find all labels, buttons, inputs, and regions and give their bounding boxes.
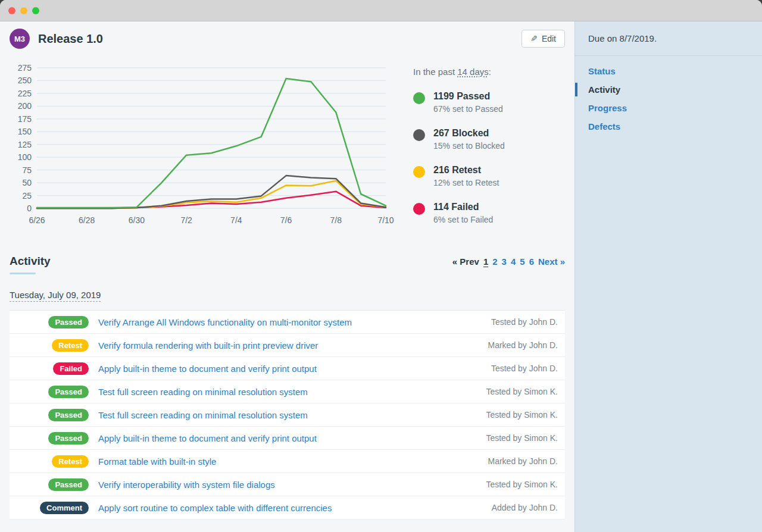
- activity-table: PassedVerify Arrange All Windows functio…: [10, 310, 565, 520]
- page-link-3[interactable]: 3: [502, 256, 507, 267]
- svg-text:7/10: 7/10: [377, 215, 394, 225]
- svg-text:6/26: 6/26: [29, 215, 45, 225]
- legend-text: 267 Blocked15% set to Blocked: [433, 128, 505, 151]
- svg-text:50: 50: [22, 178, 32, 187]
- prev-page-button[interactable]: « Prev: [452, 256, 479, 267]
- status-cell: Passed: [10, 316, 89, 328]
- status-cell: Retest: [10, 339, 89, 352]
- legend-dot-icon: [413, 166, 425, 178]
- svg-text:100: 100: [18, 152, 32, 162]
- legend-dot-icon: [413, 129, 425, 141]
- test-case-link[interactable]: Verify interoperability with system file…: [98, 480, 476, 490]
- test-case-link[interactable]: Test full screen reading on minimal reso…: [98, 387, 476, 397]
- svg-text:200: 200: [18, 101, 32, 111]
- test-results-chart: 02550751001251501752002252502756/266/286…: [10, 62, 395, 227]
- activity-title: Activity: [10, 255, 51, 274]
- activity-row: RetestFormat table with built-in styleMa…: [10, 450, 565, 473]
- activity-row: CommentApply sort routine to complex tab…: [10, 496, 565, 520]
- chart-section: 02550751001251501752002252502756/266/286…: [0, 56, 574, 227]
- close-window-button[interactable]: [8, 7, 15, 14]
- svg-text:6/28: 6/28: [79, 215, 95, 225]
- legend-item: 267 Blocked15% set to Blocked: [413, 128, 505, 151]
- legend-count: 1199 Passed: [433, 91, 503, 102]
- status-badge: Passed: [48, 478, 89, 491]
- svg-text:150: 150: [18, 127, 32, 136]
- legend-percent: 6% set to Failed: [433, 215, 493, 224]
- main-panel: M3 Release 1.0 ✎ Edit 025507510012515017…: [0, 21, 574, 532]
- status-badge: Failed: [53, 362, 89, 375]
- svg-text:175: 175: [18, 114, 32, 124]
- page-link-2[interactable]: 2: [492, 256, 497, 267]
- activity-row: PassedVerify interoperability with syste…: [10, 473, 565, 496]
- sidebar-nav: StatusActivityProgressDefects: [575, 56, 762, 136]
- status-cell: Failed: [10, 362, 89, 375]
- svg-text:275: 275: [18, 63, 32, 73]
- app-window: M3 Release 1.0 ✎ Edit 025507510012515017…: [0, 0, 762, 532]
- legend-item: 114 Failed6% set to Failed: [413, 202, 505, 224]
- sidebar-item-defects[interactable]: Defects: [575, 117, 762, 136]
- edit-button[interactable]: ✎ Edit: [521, 30, 565, 48]
- status-cell: Comment: [10, 502, 89, 514]
- chart-legend: In the past 14 days: 1199 Passed67% set …: [413, 62, 505, 227]
- test-case-link[interactable]: Apply sort routine to complex table with…: [98, 503, 482, 513]
- status-badge: Retest: [52, 455, 89, 468]
- milestone-badge: M3: [10, 29, 30, 49]
- legend-text: 114 Failed6% set to Failed: [433, 202, 493, 224]
- sidebar-item-status[interactable]: Status: [575, 62, 762, 80]
- svg-text:225: 225: [18, 89, 32, 98]
- milestone-header: M3 Release 1.0 ✎ Edit: [0, 21, 574, 56]
- status-badge: Passed: [48, 409, 89, 421]
- page-link-5[interactable]: 5: [520, 256, 524, 267]
- status-cell: Retest: [10, 455, 89, 468]
- row-author: Tested by John D.: [482, 364, 565, 373]
- legend-intro-suffix: :: [489, 67, 491, 77]
- legend-dot-icon: [413, 92, 425, 104]
- page-link-4[interactable]: 4: [511, 256, 516, 267]
- test-case-link[interactable]: Verify Arrange All Windows functionality…: [98, 317, 482, 327]
- status-badge: Comment: [40, 502, 89, 514]
- page-link-1[interactable]: 1: [483, 256, 488, 267]
- next-page-button[interactable]: Next »: [538, 256, 565, 267]
- activity-header: Activity « Prev123456Next »: [10, 255, 565, 274]
- pencil-icon: ✎: [530, 34, 538, 43]
- page-link-6[interactable]: 6: [529, 256, 534, 267]
- status-cell: Passed: [10, 386, 89, 398]
- row-author: Marked by John D.: [479, 340, 566, 350]
- test-case-link[interactable]: Test full screen reading on minimal reso…: [98, 410, 476, 420]
- activity-row: PassedTest full screen reading on minima…: [10, 380, 565, 403]
- legend-count: 267 Blocked: [433, 128, 505, 139]
- svg-text:7/4: 7/4: [230, 215, 242, 225]
- activity-section: Activity « Prev123456Next » Tuesday, Jul…: [0, 255, 574, 520]
- date-heading-row: Tuesday, July 09, 2019: [10, 274, 565, 302]
- row-author: Tested by Simon K.: [476, 410, 565, 420]
- svg-text:6/30: 6/30: [129, 215, 145, 225]
- svg-text:75: 75: [22, 165, 32, 175]
- legend-item: 216 Retest12% set to Retest: [413, 165, 505, 187]
- legend-percent: 67% set to Passed: [433, 104, 503, 114]
- activity-row: PassedApply built-in theme to document a…: [10, 427, 565, 450]
- minimize-window-button[interactable]: [20, 7, 27, 14]
- page-title: Release 1.0: [38, 32, 103, 46]
- due-date-text: Due on 8/7/2019.: [575, 21, 762, 56]
- row-author: Tested by John D.: [482, 317, 565, 327]
- svg-text:0: 0: [27, 204, 32, 213]
- sidebar-item-progress[interactable]: Progress: [575, 99, 762, 117]
- window-content: M3 Release 1.0 ✎ Edit 025507510012515017…: [0, 21, 762, 532]
- legend-percent: 15% set to Blocked: [433, 141, 505, 151]
- test-case-link[interactable]: Apply built-in theme to document and ver…: [98, 433, 476, 443]
- row-author: Added by John D.: [482, 503, 565, 512]
- test-case-link[interactable]: Apply built-in theme to document and ver…: [98, 364, 482, 374]
- activity-row: PassedVerify Arrange All Windows functio…: [10, 311, 565, 334]
- sidebar-item-activity[interactable]: Activity: [575, 80, 762, 99]
- status-badge: Passed: [48, 432, 89, 445]
- legend-text: 1199 Passed67% set to Passed: [433, 91, 503, 114]
- svg-text:25: 25: [22, 191, 32, 201]
- test-case-link[interactable]: Format table with built-in style: [98, 456, 479, 467]
- status-badge: Passed: [48, 316, 89, 328]
- days-range-link[interactable]: 14 days: [457, 67, 489, 77]
- svg-text:7/2: 7/2: [180, 215, 192, 225]
- svg-text:125: 125: [18, 140, 32, 149]
- test-case-link[interactable]: Verify formula rendering with built-in p…: [98, 340, 479, 351]
- row-author: Tested by Simon K.: [476, 480, 565, 489]
- zoom-window-button[interactable]: [32, 7, 39, 14]
